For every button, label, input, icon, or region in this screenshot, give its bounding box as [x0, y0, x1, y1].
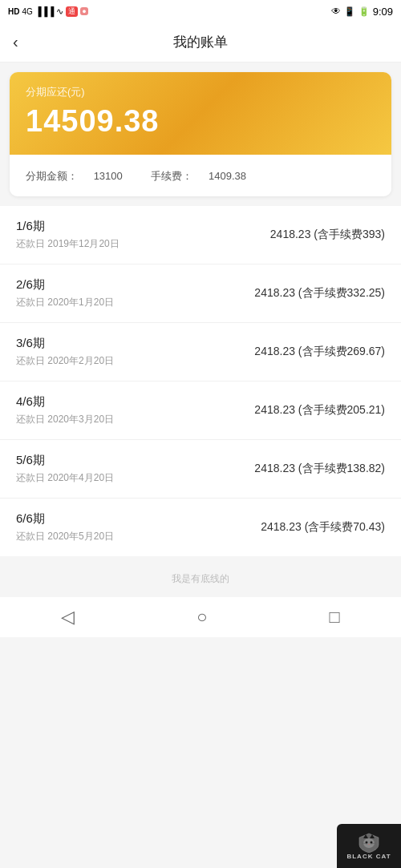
status-bar: HD 4G ▐▐▐ ∿ 通 ● 👁 📱 🔋 9:09	[0, 0, 401, 22]
installment-list: 1/6期 还款日 2019年12月20日 2418.23 (含手续费393) 2…	[0, 206, 401, 556]
page-header: ‹ 我的账单	[0, 22, 401, 63]
summary-card-top: 分期应还(元) 14509.38	[10, 72, 391, 155]
time-display: 9:09	[373, 6, 393, 18]
item-amount-4: 2418.23 (含手续费138.82)	[254, 462, 385, 476]
item-amount-2: 2418.23 (含手续费269.67)	[254, 345, 385, 359]
item-left-3: 4/6期 还款日 2020年3月20日	[16, 394, 114, 426]
blackcat-text: BLACK CAT	[346, 853, 391, 860]
item-date-0: 还款日 2019年12月20日	[16, 237, 119, 251]
installment-item: 5/6期 还款日 2020年4月20日 2418.23 (含手续费138.82)	[0, 440, 401, 499]
item-amount-5: 2418.23 (含手续费70.43)	[261, 520, 385, 535]
svg-point-2	[363, 838, 375, 848]
installment-item: 6/6期 还款日 2020年5月20日 2418.23 (含手续费70.43)	[0, 499, 401, 556]
item-date-5: 还款日 2020年5月20日	[16, 530, 114, 543]
item-amount-0: 2418.23 (含手续费393)	[270, 228, 385, 242]
item-amount-3: 2418.23 (含手续费205.21)	[254, 403, 385, 418]
fee-label: 手续费： 1409.38	[151, 170, 259, 182]
summary-card: 分期应还(元) 14509.38 分期金额： 13100 手续费： 1409.3…	[10, 72, 391, 196]
svg-point-3	[366, 842, 368, 844]
footer-text: 我是有底线的	[0, 556, 401, 597]
summary-label: 分期应还(元)	[26, 85, 375, 99]
item-left-5: 6/6期 还款日 2020年5月20日	[16, 511, 114, 543]
wifi-icon: ∿	[56, 6, 63, 17]
svg-point-4	[371, 842, 373, 844]
item-date-4: 还款日 2020年4月20日	[16, 471, 114, 485]
item-date-3: 还款日 2020年3月20日	[16, 413, 114, 426]
item-period-2: 3/6期	[16, 336, 114, 351]
item-left-2: 3/6期 还款日 2020年2月20日	[16, 336, 114, 368]
status-left: HD 4G ▐▐▐ ∿ 通 ●	[8, 6, 88, 17]
principal-label: 分期金额： 13100	[26, 170, 138, 182]
item-period-0: 1/6期	[16, 219, 119, 234]
item-period-1: 2/6期	[16, 277, 114, 293]
item-date-1: 还款日 2020年1月20日	[16, 296, 114, 309]
status-signal: 4G	[22, 7, 32, 16]
page-title: 我的账单	[173, 33, 228, 51]
item-left-1: 2/6期 还款日 2020年1月20日	[16, 277, 114, 309]
summary-card-bottom: 分期金额： 13100 手续费： 1409.38	[10, 155, 391, 196]
blackcat-icon	[356, 832, 382, 853]
summary-amount: 14509.38	[26, 104, 375, 139]
nav-recent-button[interactable]: □	[330, 607, 340, 628]
blackcat-logo: BLACK CAT	[337, 824, 401, 868]
item-period-5: 6/6期	[16, 511, 114, 527]
bottom-nav: ◁ ○ □	[0, 597, 401, 637]
sim-badge: 通	[66, 6, 78, 17]
phone-icon: 📱	[344, 6, 355, 17]
item-left-0: 1/6期 还款日 2019年12月20日	[16, 219, 119, 251]
status-carrier: HD	[8, 7, 19, 16]
item-amount-1: 2418.23 (含手续费332.25)	[254, 286, 385, 301]
item-period-3: 4/6期	[16, 394, 114, 410]
installment-item: 2/6期 还款日 2020年1月20日 2418.23 (含手续费332.25)	[0, 264, 401, 323]
installment-item: 4/6期 还款日 2020年3月20日 2418.23 (含手续费205.21)	[0, 382, 401, 440]
battery-icon: 🔋	[358, 6, 370, 17]
status-extra: ●	[80, 7, 87, 15]
item-date-2: 还款日 2020年2月20日	[16, 354, 114, 368]
item-period-4: 5/6期	[16, 453, 114, 468]
signal-bars-icon: ▐▐▐	[35, 6, 54, 16]
status-right: 👁 📱 🔋 9:09	[331, 6, 393, 18]
eye-icon: 👁	[331, 6, 341, 17]
installment-item: 1/6期 还款日 2019年12月20日 2418.23 (含手续费393)	[0, 206, 401, 264]
item-left-4: 5/6期 还款日 2020年4月20日	[16, 453, 114, 485]
summary-details: 分期金额： 13100 手续费： 1409.38	[26, 169, 375, 184]
back-button[interactable]: ‹	[13, 33, 18, 51]
installment-item: 3/6期 还款日 2020年2月20日 2418.23 (含手续费269.67)	[0, 323, 401, 382]
nav-back-button[interactable]: ◁	[61, 607, 75, 628]
nav-home-button[interactable]: ○	[196, 607, 207, 628]
